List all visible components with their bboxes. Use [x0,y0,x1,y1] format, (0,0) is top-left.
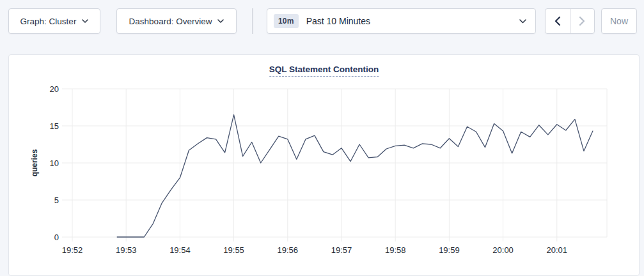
toolbar: Graph: Cluster Dashboard: Overview 10m P… [0,0,644,42]
now-button[interactable]: Now [601,8,637,34]
svg-text:20: 20 [50,84,59,94]
svg-text:19:53: 19:53 [116,245,137,255]
svg-text:19:56: 19:56 [278,245,299,255]
svg-text:0: 0 [54,233,59,242]
time-range-label: Past 10 Minutes [306,16,370,26]
svg-text:19:59: 19:59 [439,245,460,255]
svg-text:10: 10 [50,158,59,168]
graph-dropdown-label: Graph: Cluster [20,17,77,26]
dashboard-dropdown[interactable]: Dashboard: Overview [116,8,237,34]
svg-text:5: 5 [54,195,59,205]
chevron-down-icon [217,19,224,23]
chevron-right-icon [579,16,585,26]
prev-time-button[interactable] [546,9,570,33]
svg-text:19:57: 19:57 [331,245,352,255]
dashboard-dropdown-label: Dashboard: Overview [129,17,212,26]
time-range-badge: 10m [274,14,299,28]
toolbar-divider [252,8,253,34]
chevron-down-icon [82,19,88,23]
svg-text:19:58: 19:58 [385,245,406,255]
svg-text:15: 15 [50,121,59,131]
svg-text:queries: queries [30,149,39,176]
svg-text:20:00: 20:00 [492,245,514,255]
svg-text:20:01: 20:01 [547,245,568,255]
time-step-buttons [545,8,595,34]
time-range-dropdown[interactable]: 10m Past 10 Minutes [267,8,536,34]
chevron-left-icon [554,16,561,26]
svg-text:19:52: 19:52 [62,245,83,255]
sql-contention-chart: 0510152019:5219:5319:5419:5519:5619:5719… [9,55,640,275]
chart-card: SQL Statement Contention 0510152019:5219… [8,54,640,276]
next-time-button[interactable] [570,9,595,33]
chevron-down-icon [519,19,526,24]
svg-text:19:54: 19:54 [169,245,191,255]
graph-dropdown[interactable]: Graph: Cluster [8,8,100,34]
svg-text:19:55: 19:55 [223,245,244,255]
